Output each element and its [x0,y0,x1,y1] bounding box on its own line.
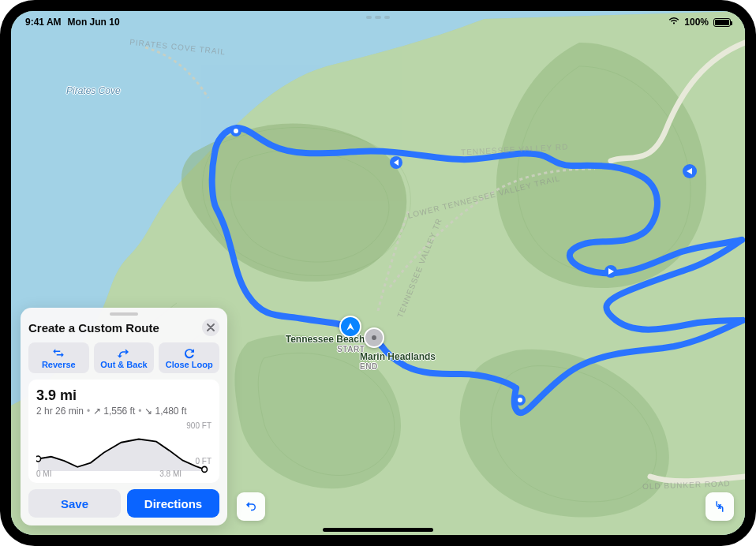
card-title: Create a Custom Route [28,321,159,335]
duration-value: 2 hr 26 min [36,406,84,417]
svg-point-8 [372,335,376,340]
route-card: Create a Custom Route Reverse Out & Bac [21,308,227,525]
svg-point-10 [202,466,208,472]
water-label: Pirates Cove [66,85,121,96]
end-tag: END [360,362,378,371]
end-label-stack: Marin Headlands END [360,351,436,371]
status-left: 9:41 AM Mon Jun 10 [25,17,120,28]
elev-x-end: 3.8 MI [159,469,182,478]
screen: 9:41 AM Mon Jun 10 100% [11,11,745,535]
ascent-icon: ↗ [93,406,101,417]
svg-point-7 [234,129,238,133]
ascent-value: 1,556 ft [103,406,135,417]
wifi-icon [668,17,679,28]
out-and-back-button[interactable]: Out & Back [94,342,155,373]
status-time: 9:41 AM [25,17,62,28]
route-shape-row: Reverse Out & Back Close Loop [28,342,219,373]
start-name: Tennessee Beach [286,334,365,345]
save-label: Save [61,497,88,510]
card-grabber[interactable] [110,312,138,316]
reverse-icon [51,347,65,358]
descent-icon: ↘ [144,406,152,417]
close-loop-button[interactable]: Close Loop [159,342,219,373]
close-button[interactable] [202,319,219,336]
action-row: Save Directions [28,489,219,518]
end-pin[interactable] [364,327,384,348]
stats-subline: 2 hr 26 min • ↗ 1,556 ft • ↘ 1,480 ft [36,406,211,417]
elevation-chart: 900 FT 0 FT 0 MI 3.8 MI [36,421,211,477]
end-name: Marin Headlands [360,351,436,362]
save-button[interactable]: Save [28,489,121,518]
close-loop-icon [182,347,196,358]
home-indicator[interactable] [323,528,433,532]
status-right: 100% [668,17,731,28]
status-date: Mon Jun 10 [68,17,120,28]
reverse-button[interactable]: Reverse [28,342,89,373]
reverse-label: Reverse [42,360,76,369]
descent-value: 1,480 ft [155,406,186,417]
out-and-back-icon [117,347,131,358]
device-frame: 9:41 AM Mon Jun 10 100% [0,0,756,546]
route-options-button[interactable] [705,492,734,521]
status-bar: 9:41 AM Mon Jun 10 100% [11,11,745,30]
directions-label: Directions [144,497,202,510]
battery-icon [713,18,731,27]
multitask-indicator [366,16,390,19]
svg-point-9 [36,456,41,462]
out-and-back-label: Out & Back [100,360,147,369]
undo-button[interactable] [237,492,265,521]
directions-button[interactable]: Directions [127,489,219,518]
elev-min-label: 0 FT [195,457,211,466]
distance-value: 3.9 mi [36,387,211,404]
start-label-stack: Tennessee Beach START [286,334,365,353]
elev-max-label: 900 FT [186,421,211,430]
battery-percent: 100% [684,17,709,28]
close-loop-label: Close Loop [166,360,213,369]
elev-x-start: 0 MI [36,469,51,478]
svg-point-5 [518,398,522,402]
stats-box: 3.9 mi 2 hr 26 min • ↗ 1,556 ft • ↘ 1,48… [28,380,219,483]
